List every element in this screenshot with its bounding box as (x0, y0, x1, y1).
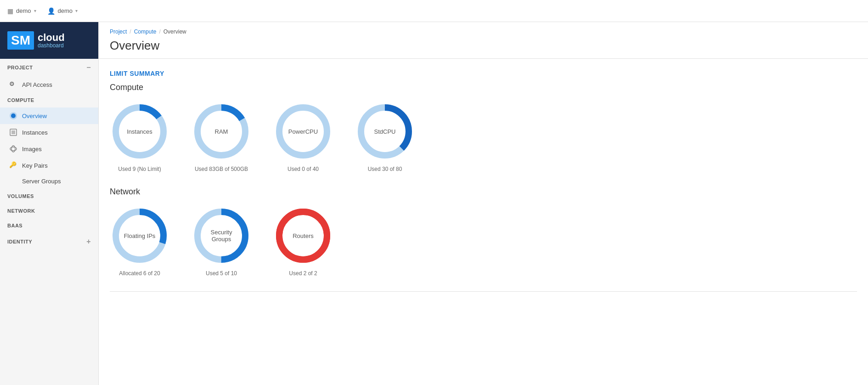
project-collapse-icon: − (86, 63, 91, 72)
network-section: Network Floating IPsAllocated 6 of 20Sec… (110, 187, 857, 277)
donut-container-powercpu: PowerCPU (273, 102, 333, 161)
user-icon: 👤 (47, 7, 55, 15)
sidebar-item-api-access[interactable]: ⚙ API Access (0, 76, 98, 93)
chart-item-instances: InstancesUsed 9 (No Limit) (110, 102, 169, 172)
chart-item-security-groups: SecurityGroupsUsed 5 of 10 (192, 206, 251, 277)
donut-container-security-groups: SecurityGroups (192, 206, 251, 266)
logo-cloud: cloud (38, 33, 65, 43)
instances-icon (9, 128, 17, 136)
svg-point-4 (10, 147, 17, 151)
api-icon: ⚙ (9, 80, 17, 89)
main-content: LIMIT SUMMARY Compute InstancesUsed 9 (N… (99, 59, 868, 303)
breadcrumb-sep2: / (159, 28, 160, 35)
identity-section-header[interactable]: IDENTITY + (0, 233, 98, 250)
chart-caption-powercpu: Used 0 of 40 (287, 166, 319, 172)
svg-point-5 (11, 146, 15, 152)
donut-container-stdcpu: StdCPU (355, 102, 415, 161)
donut-container-routers: Routers (273, 206, 333, 266)
svg-point-10 (279, 108, 327, 155)
compute-charts-row: InstancesUsed 9 (No Limit)RAMUsed 83GB o… (110, 102, 857, 172)
network-charts-row: Floating IPsAllocated 6 of 20SecurityGro… (110, 206, 857, 277)
logo-text-area: cloud dashboard (38, 33, 65, 48)
page-title: Overview (99, 37, 868, 59)
sidebar-item-overview[interactable]: Overview (0, 108, 98, 124)
content-area: Project / Compute / Overview Overview LI… (99, 22, 868, 385)
limit-summary-heading: LIMIT SUMMARY (110, 70, 857, 77)
donut-container-ram: RAM (192, 102, 251, 161)
network-section-header[interactable]: NETWORK (0, 204, 98, 218)
sidebar: SM cloud dashboard PROJECT − ⚙ API Acces… (0, 22, 99, 385)
donut-container-floating-ips: Floating IPs (110, 206, 169, 266)
overview-icon (9, 112, 17, 120)
sidebar-item-images[interactable]: Images (0, 141, 98, 157)
volumes-section-header[interactable]: VOLUMES (0, 189, 98, 204)
user-dropdown[interactable]: 👤 demo ▾ (47, 7, 78, 15)
compute-subtitle: Compute (110, 83, 857, 92)
user-label: demo (58, 7, 73, 14)
chart-caption-stdcpu: Used 30 of 80 (368, 166, 402, 172)
donut-container-instances: Instances (110, 102, 169, 161)
breadcrumb-compute[interactable]: Compute (134, 28, 157, 35)
breadcrumb: Project / Compute / Overview (99, 22, 868, 37)
baas-section-header[interactable]: BAAS (0, 218, 98, 233)
breadcrumb-sep1: / (130, 28, 131, 35)
identity-expand-icon: + (86, 238, 91, 246)
chart-caption-security-groups: Used 5 of 10 (206, 270, 237, 277)
svg-point-18 (279, 212, 327, 260)
project-dropdown[interactable]: ▦ demo ▾ (7, 7, 36, 15)
chart-item-stdcpu: StdCPUUsed 30 of 80 (355, 102, 415, 172)
chart-item-powercpu: PowerCPUUsed 0 of 40 (273, 102, 333, 172)
breadcrumb-project[interactable]: Project (110, 28, 127, 35)
project-icon: ▦ (7, 7, 13, 15)
logo-sm: SM (7, 31, 34, 50)
logo-area: SM cloud dashboard (0, 22, 98, 59)
svg-point-1 (11, 113, 16, 118)
project-label: demo (16, 7, 31, 14)
logo-dashboard: dashboard (38, 43, 65, 48)
sidebar-item-server-groups[interactable]: Server Groups (0, 174, 98, 189)
svg-rect-3 (11, 130, 15, 134)
project-chevron: ▾ (34, 8, 36, 13)
main-layout: SM cloud dashboard PROJECT − ⚙ API Acces… (0, 22, 868, 385)
network-subtitle: Network (110, 187, 857, 197)
bottom-divider (110, 291, 857, 292)
key-icon: 🔑 (9, 161, 17, 170)
user-chevron: ▾ (75, 8, 78, 13)
chart-caption-ram: Used 83GB of 500GB (195, 166, 248, 172)
chart-item-routers: RoutersUsed 2 of 2 (273, 206, 333, 277)
project-section-header[interactable]: PROJECT − (0, 59, 98, 76)
sidebar-item-key-pairs[interactable]: 🔑 Key Pairs (0, 157, 98, 174)
topbar: ▦ demo ▾ 👤 demo ▾ (0, 0, 868, 22)
images-icon (9, 145, 17, 153)
chart-item-ram: RAMUsed 83GB of 500GB (192, 102, 251, 172)
chart-caption-floating-ips: Allocated 6 of 20 (119, 270, 160, 277)
chart-caption-instances: Used 9 (No Limit) (118, 166, 161, 172)
chart-caption-routers: Used 2 of 2 (289, 270, 317, 277)
chart-item-floating-ips: Floating IPsAllocated 6 of 20 (110, 206, 169, 277)
sidebar-item-instances[interactable]: Instances (0, 124, 98, 141)
breadcrumb-current: Overview (163, 28, 186, 35)
compute-section-header[interactable]: COMPUTE (0, 93, 98, 108)
